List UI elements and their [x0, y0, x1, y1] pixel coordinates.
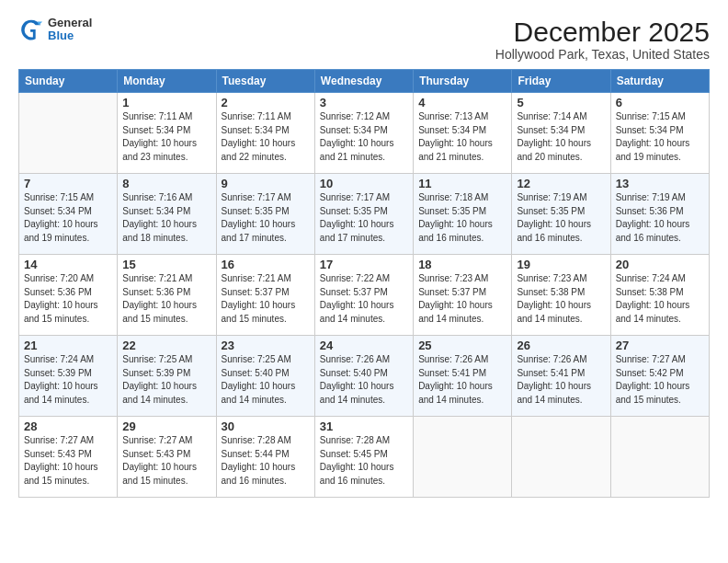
day-info: Sunrise: 7:11 AM Sunset: 5:34 PM Dayligh… [122, 110, 210, 164]
day-info: Sunrise: 7:11 AM Sunset: 5:34 PM Dayligh… [222, 110, 310, 164]
day-info: Sunrise: 7:22 AM Sunset: 5:37 PM Dayligh… [320, 272, 408, 326]
calendar-cell: 5Sunrise: 7:14 AM Sunset: 5:34 PM Daylig… [512, 93, 610, 174]
day-info: Sunrise: 7:26 AM Sunset: 5:41 PM Dayligh… [418, 353, 506, 407]
calendar-week-row: 14Sunrise: 7:20 AM Sunset: 5:36 PM Dayli… [19, 255, 710, 336]
calendar-week-row: 28Sunrise: 7:27 AM Sunset: 5:43 PM Dayli… [19, 417, 710, 498]
day-number: 9 [222, 177, 310, 190]
day-number: 26 [517, 339, 605, 352]
calendar-cell: 2Sunrise: 7:11 AM Sunset: 5:34 PM Daylig… [216, 93, 314, 174]
day-info: Sunrise: 7:28 AM Sunset: 5:45 PM Dayligh… [320, 434, 408, 488]
calendar-header-sunday: Sunday [19, 70, 118, 93]
day-info: Sunrise: 7:28 AM Sunset: 5:44 PM Dayligh… [222, 434, 310, 488]
day-number: 5 [517, 96, 605, 109]
calendar-cell: 14Sunrise: 7:20 AM Sunset: 5:36 PM Dayli… [19, 255, 118, 336]
day-number: 29 [122, 419, 210, 433]
day-number: 17 [320, 258, 408, 271]
calendar-cell [19, 93, 118, 174]
day-info: Sunrise: 7:15 AM Sunset: 5:34 PM Dayligh… [24, 191, 112, 245]
logo-icon [18, 17, 44, 42]
day-info: Sunrise: 7:16 AM Sunset: 5:34 PM Dayligh… [122, 191, 210, 245]
day-info: Sunrise: 7:19 AM Sunset: 5:36 PM Dayligh… [616, 191, 704, 245]
day-number: 2 [222, 96, 310, 109]
logo-general: General [48, 17, 92, 29]
calendar-table: SundayMondayTuesdayWednesdayThursdayFrid… [18, 69, 710, 498]
calendar-cell: 13Sunrise: 7:19 AM Sunset: 5:36 PM Dayli… [610, 174, 709, 255]
calendar-subtitle: Hollywood Park, Texas, United States [495, 47, 710, 62]
calendar-cell [610, 417, 709, 498]
calendar-cell: 19Sunrise: 7:23 AM Sunset: 5:38 PM Dayli… [512, 255, 610, 336]
day-number: 13 [616, 177, 704, 190]
calendar-cell [414, 417, 512, 498]
day-info: Sunrise: 7:25 AM Sunset: 5:39 PM Dayligh… [122, 353, 210, 407]
calendar-cell: 15Sunrise: 7:21 AM Sunset: 5:36 PM Dayli… [118, 255, 216, 336]
calendar-cell: 16Sunrise: 7:21 AM Sunset: 5:37 PM Dayli… [216, 255, 314, 336]
day-info: Sunrise: 7:13 AM Sunset: 5:34 PM Dayligh… [418, 110, 506, 164]
calendar-header-saturday: Saturday [610, 70, 709, 93]
logo-blue: Blue [48, 29, 92, 42]
day-number: 28 [24, 419, 112, 433]
day-number: 10 [320, 177, 408, 190]
day-info: Sunrise: 7:19 AM Sunset: 5:35 PM Dayligh… [517, 191, 605, 245]
day-info: Sunrise: 7:18 AM Sunset: 5:35 PM Dayligh… [418, 191, 506, 245]
day-number: 7 [24, 177, 112, 190]
calendar-cell: 20Sunrise: 7:24 AM Sunset: 5:38 PM Dayli… [610, 255, 709, 336]
day-info: Sunrise: 7:24 AM Sunset: 5:38 PM Dayligh… [616, 272, 704, 326]
day-number: 15 [122, 258, 210, 271]
calendar-header-monday: Monday [118, 70, 216, 93]
day-number: 25 [418, 339, 506, 352]
calendar-cell: 21Sunrise: 7:24 AM Sunset: 5:39 PM Dayli… [19, 336, 118, 417]
calendar-header-friday: Friday [512, 70, 610, 93]
calendar-title: December 2025 [495, 17, 710, 47]
day-info: Sunrise: 7:21 AM Sunset: 5:37 PM Dayligh… [222, 272, 310, 326]
logo-text: General Blue [48, 17, 92, 43]
day-number: 12 [517, 177, 605, 190]
calendar-cell: 3Sunrise: 7:12 AM Sunset: 5:34 PM Daylig… [314, 93, 413, 174]
calendar-cell: 9Sunrise: 7:17 AM Sunset: 5:35 PM Daylig… [216, 174, 314, 255]
calendar-cell: 7Sunrise: 7:15 AM Sunset: 5:34 PM Daylig… [19, 174, 118, 255]
calendar-cell: 24Sunrise: 7:26 AM Sunset: 5:40 PM Dayli… [314, 336, 413, 417]
calendar-cell: 23Sunrise: 7:25 AM Sunset: 5:40 PM Dayli… [216, 336, 314, 417]
day-info: Sunrise: 7:15 AM Sunset: 5:34 PM Dayligh… [616, 110, 704, 164]
day-number: 3 [320, 96, 408, 109]
calendar-header-wednesday: Wednesday [314, 70, 413, 93]
day-number: 22 [122, 339, 210, 352]
day-info: Sunrise: 7:17 AM Sunset: 5:35 PM Dayligh… [320, 191, 408, 245]
day-number: 24 [320, 339, 408, 352]
calendar-header-tuesday: Tuesday [216, 70, 314, 93]
day-number: 21 [24, 339, 112, 352]
calendar-cell: 18Sunrise: 7:23 AM Sunset: 5:37 PM Dayli… [414, 255, 512, 336]
day-info: Sunrise: 7:23 AM Sunset: 5:38 PM Dayligh… [517, 272, 605, 326]
calendar-header-row: SundayMondayTuesdayWednesdayThursdayFrid… [19, 70, 710, 93]
day-number: 6 [616, 96, 704, 109]
calendar-header-thursday: Thursday [414, 70, 512, 93]
header: General Blue December 2025 Hollywood Par… [18, 17, 710, 62]
day-number: 16 [222, 258, 310, 271]
calendar-cell: 12Sunrise: 7:19 AM Sunset: 5:35 PM Dayli… [512, 174, 610, 255]
day-info: Sunrise: 7:26 AM Sunset: 5:40 PM Dayligh… [320, 353, 408, 407]
title-block: December 2025 Hollywood Park, Texas, Uni… [495, 17, 710, 62]
calendar-cell: 27Sunrise: 7:27 AM Sunset: 5:42 PM Dayli… [610, 336, 709, 417]
day-number: 30 [222, 419, 310, 433]
calendar-cell: 4Sunrise: 7:13 AM Sunset: 5:34 PM Daylig… [414, 93, 512, 174]
calendar-cell: 6Sunrise: 7:15 AM Sunset: 5:34 PM Daylig… [610, 93, 709, 174]
day-info: Sunrise: 7:25 AM Sunset: 5:40 PM Dayligh… [222, 353, 310, 407]
day-info: Sunrise: 7:27 AM Sunset: 5:43 PM Dayligh… [122, 434, 210, 488]
calendar-cell: 30Sunrise: 7:28 AM Sunset: 5:44 PM Dayli… [216, 417, 314, 498]
day-info: Sunrise: 7:20 AM Sunset: 5:36 PM Dayligh… [24, 272, 112, 326]
day-number: 27 [616, 339, 704, 352]
page: General Blue December 2025 Hollywood Par… [0, 0, 728, 563]
calendar-cell: 29Sunrise: 7:27 AM Sunset: 5:43 PM Dayli… [118, 417, 216, 498]
day-info: Sunrise: 7:23 AM Sunset: 5:37 PM Dayligh… [418, 272, 506, 326]
day-info: Sunrise: 7:12 AM Sunset: 5:34 PM Dayligh… [320, 110, 408, 164]
calendar-cell: 8Sunrise: 7:16 AM Sunset: 5:34 PM Daylig… [118, 174, 216, 255]
day-number: 20 [616, 258, 704, 271]
calendar-cell [512, 417, 610, 498]
day-number: 14 [24, 258, 112, 271]
calendar-week-row: 7Sunrise: 7:15 AM Sunset: 5:34 PM Daylig… [19, 174, 710, 255]
calendar-cell: 28Sunrise: 7:27 AM Sunset: 5:43 PM Dayli… [19, 417, 118, 498]
day-number: 19 [517, 258, 605, 271]
day-info: Sunrise: 7:24 AM Sunset: 5:39 PM Dayligh… [24, 353, 112, 407]
day-info: Sunrise: 7:26 AM Sunset: 5:41 PM Dayligh… [517, 353, 605, 407]
calendar-cell: 10Sunrise: 7:17 AM Sunset: 5:35 PM Dayli… [314, 174, 413, 255]
day-number: 11 [418, 177, 506, 190]
